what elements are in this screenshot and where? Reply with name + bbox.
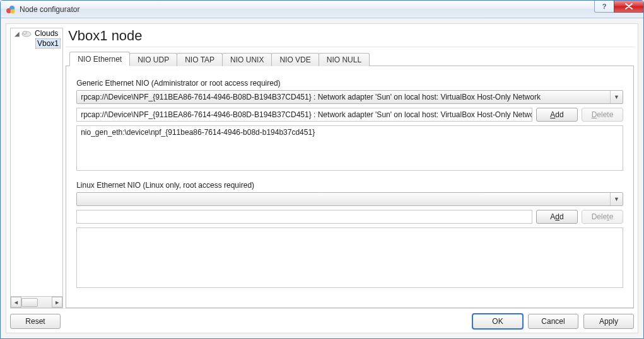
reset-button[interactable]: Reset bbox=[10, 314, 61, 329]
cancel-button[interactable]: Cancel bbox=[528, 314, 578, 329]
generic-adapter-combo[interactable]: rpcap://\Device\NPF_{911BEA86-7614-4946-… bbox=[76, 90, 623, 104]
tab-nio-ethernet[interactable]: NIO Ethernet bbox=[69, 52, 130, 66]
tab-nio-tap[interactable]: NIO TAP bbox=[177, 53, 223, 66]
svg-point-2 bbox=[11, 9, 15, 13]
generic-nio-label: Generic Ethernet NIO (Administrator or r… bbox=[76, 79, 623, 88]
tab-nio-udp[interactable]: NIO UDP bbox=[129, 53, 177, 66]
tree-label: Clouds bbox=[33, 29, 59, 38]
linux-delete-button[interactable]: Delete bbox=[582, 210, 623, 224]
apply-button[interactable]: Apply bbox=[583, 314, 634, 329]
tree-item-vbox1[interactable]: Vbox1 bbox=[11, 38, 62, 49]
combo-value: rpcap://\Device\NPF_{911BEA86-7614-4946-… bbox=[81, 93, 541, 101]
dialog-footer: Reset OK Cancel Apply bbox=[10, 308, 634, 329]
tree-scrollbar[interactable]: ◄ ► bbox=[10, 297, 63, 308]
generic-add-button[interactable]: Add bbox=[536, 108, 578, 122]
scroll-thumb[interactable] bbox=[21, 298, 38, 307]
list-item[interactable]: nio_gen_eth:\device\npf_{911bea86-7614-4… bbox=[81, 128, 619, 137]
tab-nio-vde[interactable]: NIO VDE bbox=[271, 53, 319, 66]
tab-nio-null[interactable]: NIO NULL bbox=[319, 53, 370, 66]
linux-adapter-combo[interactable]: ▼ bbox=[76, 192, 623, 206]
scroll-left-button[interactable]: ◄ bbox=[11, 297, 21, 307]
close-button[interactable] bbox=[614, 0, 644, 13]
titlebar: Node configurator ? bbox=[1, 1, 643, 18]
config-panel: Vbox1 node NIO Ethernet NIO UDP NIO TAP … bbox=[66, 28, 634, 308]
client-area: ◢ Clouds Vbox1 ◄ ► bbox=[1, 18, 643, 338]
tree-panel: ◢ Clouds Vbox1 ◄ ► bbox=[10, 28, 63, 308]
tree-view[interactable]: ◢ Clouds Vbox1 bbox=[10, 28, 63, 297]
linux-nio-label: Linux Ethernet NIO (Linux only, root acc… bbox=[76, 181, 623, 190]
tab-nio-unix[interactable]: NIO UNIX bbox=[222, 53, 272, 66]
scroll-right-button[interactable]: ► bbox=[52, 297, 62, 307]
generic-delete-button[interactable]: Delete bbox=[582, 108, 623, 122]
help-button[interactable]: ? bbox=[594, 0, 614, 13]
generic-nio-list[interactable]: nio_gen_eth:\device\npf_{911bea86-7614-4… bbox=[76, 125, 623, 171]
linux-nio-list[interactable] bbox=[76, 227, 623, 288]
panel-title: Vbox1 node bbox=[66, 28, 634, 47]
close-icon bbox=[625, 3, 633, 9]
tree-item-clouds[interactable]: ◢ Clouds bbox=[11, 28, 62, 38]
tree-label: Vbox1 bbox=[36, 39, 60, 48]
window-title: Node configurator bbox=[20, 5, 79, 14]
chevron-down-icon: ▼ bbox=[610, 91, 623, 103]
tab-bar: NIO Ethernet NIO UDP NIO TAP NIO UNIX NI… bbox=[66, 51, 634, 66]
collapse-icon[interactable]: ◢ bbox=[15, 30, 21, 37]
app-icon bbox=[6, 4, 16, 14]
generic-adapter-input[interactable]: rpcap://\Device\NPF_{911BEA86-7614-4946-… bbox=[76, 108, 532, 122]
svg-point-4 bbox=[23, 32, 26, 35]
linux-add-button[interactable]: Add bbox=[536, 210, 578, 224]
ok-button[interactable]: OK bbox=[472, 314, 523, 329]
cloud-icon bbox=[21, 30, 32, 37]
chevron-down-icon: ▼ bbox=[610, 193, 623, 205]
linux-adapter-input[interactable] bbox=[76, 210, 532, 224]
tab-content: Generic Ethernet NIO (Administrator or r… bbox=[66, 66, 634, 308]
